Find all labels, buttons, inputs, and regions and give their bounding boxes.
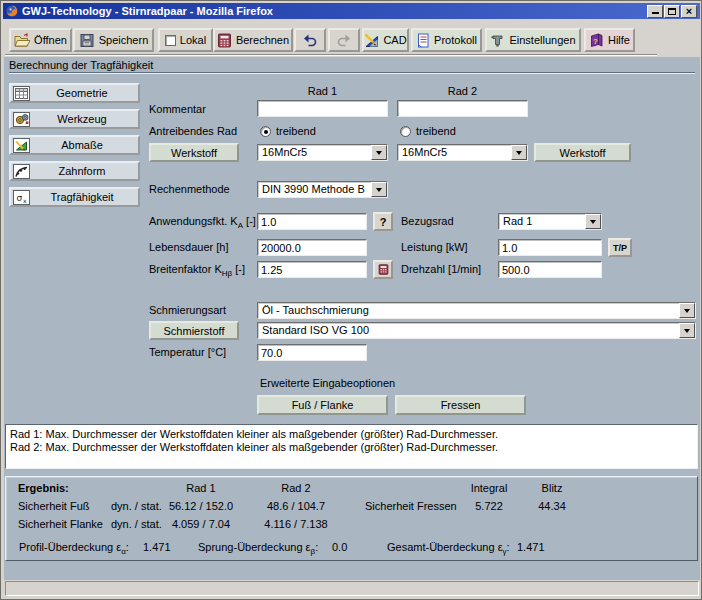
rad1-column-header: Rad 1: [257, 85, 388, 97]
calculate-button[interactable]: Berechnen: [213, 28, 293, 52]
fuss-flanke-button[interactable]: Fuß / Flanke: [257, 395, 388, 415]
dropdown-arrow-button[interactable]: [371, 145, 387, 160]
undo-button[interactable]: [294, 28, 326, 52]
redo-button[interactable]: [328, 28, 360, 52]
breitenfaktor-input[interactable]: [257, 261, 367, 278]
results-col-rad1: Rad 1: [156, 482, 246, 494]
dropdown-arrow-button[interactable]: [679, 303, 695, 318]
lebensdauer-input[interactable]: [257, 239, 367, 256]
werkstoff-rad2-dropdown[interactable]: 16MnCr5: [397, 144, 528, 161]
status-bar: [4, 580, 700, 598]
sidebar-item-zahnform[interactable]: Zahnform: [9, 161, 140, 181]
sicherheit-flanke-label: Sicherheit Flanke: [18, 518, 103, 530]
leistung-input[interactable]: [498, 239, 602, 256]
kommentar-rad2-input[interactable]: [397, 100, 528, 117]
warning-message-box: Rad 1: Max. Durchmesser der Werkstoffdat…: [5, 424, 698, 469]
werkstoff-rad1-button[interactable]: Werkstoff: [149, 143, 239, 162]
protokoll-button-label: Protokoll: [434, 34, 477, 46]
settings-button[interactable]: Einstellungen: [485, 28, 581, 52]
anwendungsfaktor-input[interactable]: [257, 213, 367, 230]
sidebar-item-tragfaehigkeit[interactable]: σx Tragfähigkeit: [9, 187, 140, 207]
kommentar-rad1-input[interactable]: [257, 100, 388, 117]
maximize-button[interactable]: [664, 5, 680, 18]
lokal-label: Lokal: [180, 34, 206, 46]
sidebar-item-label: Abmaße: [26, 139, 138, 151]
cad-button[interactable]: CAD: [362, 28, 409, 52]
sprung-ueberdeckung-value: 0.0: [332, 541, 347, 553]
open-button-label: Öffnen: [34, 34, 67, 46]
help-button[interactable]: ? Hilfe: [584, 28, 635, 52]
chevron-down-icon: [376, 188, 382, 192]
calculator-icon: [217, 33, 232, 48]
results-col-integral: Integral: [456, 482, 522, 494]
breitenfaktor-calc-button[interactable]: [373, 260, 393, 279]
help-book-icon: ?: [589, 33, 604, 48]
dropdown-arrow-button[interactable]: [585, 214, 601, 229]
sicherheit-fuss-mode: dyn. / stat.: [111, 500, 162, 512]
sidebar-item-werkzeug[interactable]: Werkzeug: [9, 109, 140, 129]
schmierungsart-dropdown[interactable]: Öl - Tauchschmierung: [257, 302, 696, 319]
schmierstoff-value: Standard ISO VG 100: [262, 324, 369, 337]
sicherheit-fuss-label: Sicherheit Fuß: [18, 500, 90, 512]
sicherheit-fressen-label: Sicherheit Fressen: [365, 500, 457, 512]
dropdown-arrow-button[interactable]: [371, 182, 387, 197]
rad1-treibend-label: treibend: [276, 125, 316, 137]
lebensdauer-label: Lebensdauer [h]: [149, 241, 229, 253]
rad2-treibend-label: treibend: [416, 125, 456, 137]
sidebar-item-label: Werkzeug: [26, 113, 138, 125]
bezugsrad-dropdown[interactable]: Rad 1: [498, 213, 602, 230]
leistung-label: Leistung [kW]: [401, 241, 468, 253]
lokal-checkbox-group[interactable]: Lokal: [158, 28, 213, 52]
chevron-down-icon: [684, 329, 690, 333]
sidebar-item-geometrie[interactable]: Geometrie: [9, 83, 140, 103]
fressen-button[interactable]: Fressen: [395, 395, 526, 415]
sicherheit-fressen-blitz: 44.34: [522, 500, 582, 512]
schmierstoff-dropdown[interactable]: Standard ISO VG 100: [257, 322, 696, 339]
sicherheit-flanke-rad1: 4.059 / 7.04: [156, 518, 246, 530]
calculate-button-label: Berechnen: [236, 34, 289, 46]
redo-icon: [336, 33, 352, 47]
chevron-down-icon: [590, 220, 596, 224]
breitenfaktor-label: Breitenfaktor KHβ [-]: [149, 263, 245, 278]
rad2-treibend-radio[interactable]: [400, 126, 411, 137]
svg-text:σ: σ: [17, 193, 23, 203]
antreibendes-rad-label: Antreibendes Rad: [149, 125, 237, 137]
dropdown-arrow-button[interactable]: [511, 145, 527, 160]
torque-power-toggle-button[interactable]: T/P: [608, 238, 632, 257]
werkstoff-rad1-dropdown[interactable]: 16MnCr5: [257, 144, 388, 161]
rechenmethode-dropdown[interactable]: DIN 3990 Methode B: [257, 181, 388, 198]
werkstoff-rad2-value: 16MnCr5: [402, 146, 447, 159]
bezugsrad-value: Rad 1: [503, 215, 532, 228]
tools-clamp-icon: [490, 33, 505, 48]
results-title: Ergebnis:: [18, 482, 69, 494]
protokoll-button[interactable]: Protokoll: [411, 28, 482, 52]
status-bar-field: [5, 581, 699, 596]
page-title: Berechnung der Tragfähigkeit: [9, 59, 153, 71]
rad1-treibend-radio[interactable]: [260, 126, 271, 137]
save-button-label: Speichern: [99, 34, 149, 46]
minimize-button[interactable]: [647, 5, 663, 18]
lokal-checkbox[interactable]: [165, 35, 176, 46]
schmierstoff-button[interactable]: Schmierstoff: [149, 321, 239, 340]
dropdown-arrow-button[interactable]: [679, 323, 695, 338]
open-button[interactable]: Öffnen: [9, 28, 72, 52]
sprung-ueberdeckung-label: Sprung-Überdeckung εβ:: [198, 541, 318, 556]
chevron-down-icon: [516, 151, 522, 155]
close-button[interactable]: ×: [681, 5, 697, 18]
rechenmethode-value: DIN 3990 Methode B: [262, 183, 365, 196]
anwendungsfaktor-help-button[interactable]: ?: [373, 212, 393, 231]
save-button[interactable]: Speichern: [73, 28, 154, 52]
sidebar-item-abmasse[interactable]: Abmaße: [9, 135, 140, 155]
settings-button-label: Einstellungen: [509, 34, 575, 46]
application-window: GWJ-Technology - Stirnradpaar - Mozilla …: [0, 0, 702, 600]
sidebar-item-label: Geometrie: [26, 87, 138, 99]
drehzahl-input[interactable]: [498, 261, 602, 278]
minimize-icon: [652, 7, 659, 14]
werkstoff-rad2-button[interactable]: Werkstoff: [534, 143, 631, 162]
report-page-icon: [416, 33, 430, 48]
svg-text:?: ?: [593, 36, 598, 45]
temperatur-input[interactable]: [257, 344, 367, 361]
anwendungsfaktor-label: Anwendungsfkt. KA [-]: [149, 215, 256, 230]
chevron-down-icon: [376, 151, 382, 155]
sicherheit-flanke-rad2: 4.116 / 7.138: [246, 518, 346, 530]
